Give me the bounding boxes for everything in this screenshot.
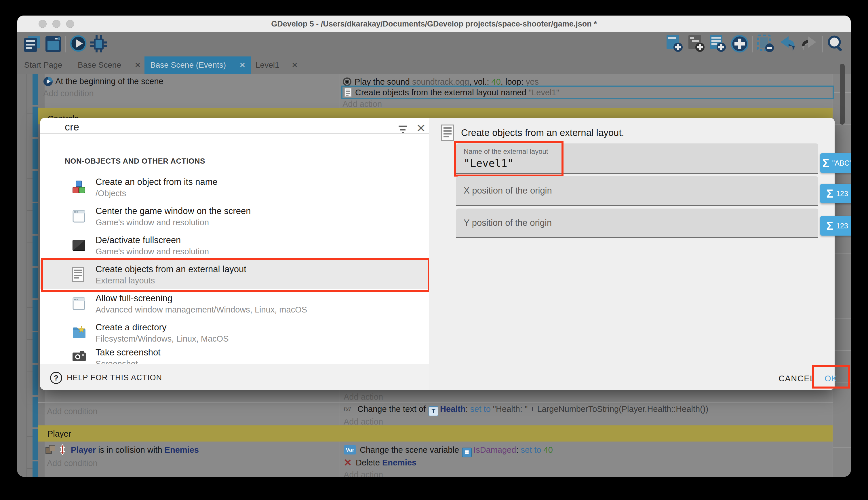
camera-icon: [72, 350, 86, 362]
add-event-icon[interactable]: [666, 35, 683, 53]
sigma-icon: Σ: [822, 157, 829, 170]
action-chooser-pane: cre ✕ NON-OBJECTS AND OTHER ACTIONS Crea…: [40, 118, 429, 390]
row-separator: [38, 402, 833, 403]
fullscreen-icon: [72, 238, 86, 252]
ok-button[interactable]: OK: [824, 374, 837, 383]
collision-arrows-icon: [58, 444, 67, 455]
search-divider: [40, 133, 429, 134]
field-value: "Level1": [456, 156, 818, 169]
add-condition-link[interactable]: Add condition: [47, 407, 97, 416]
instruction-editor-dialog: cre ✕ NON-OBJECTS AND OTHER ACTIONS Crea…: [40, 118, 835, 390]
scene-editor-icon[interactable]: [45, 35, 62, 53]
tab-level1[interactable]: Level1 ✕: [256, 60, 298, 70]
dialog-footer: ? HELP FOR THIS ACTION: [40, 364, 429, 390]
action-item-allow-fullscreen[interactable]: Allow full-screening Advanced window man…: [40, 289, 429, 318]
events-scrollbar[interactable]: [840, 64, 845, 125]
item-subtitle: Game's window and resolution: [96, 247, 209, 256]
delete-x-icon: ✕: [344, 457, 352, 468]
search-input[interactable]: cre: [65, 121, 79, 133]
cancel-button[interactable]: CANCEL: [778, 374, 815, 383]
debug-icon[interactable]: [90, 35, 108, 53]
tab-label: Base Scene (Events): [150, 60, 226, 69]
tab-start-page[interactable]: Start Page: [24, 60, 62, 70]
x-position-field[interactable]: X position of the origin: [456, 176, 818, 206]
help-link[interactable]: HELP FOR THIS ACTION: [67, 373, 162, 382]
item-title: Allow full-screening: [96, 293, 172, 304]
num-label: 123: [836, 222, 848, 230]
objects-icon: [72, 180, 86, 194]
add-action-link[interactable]: Add action: [344, 470, 383, 477]
item-title: Center the game window on the screen: [96, 206, 251, 216]
window-icon: [72, 209, 86, 223]
external-layout-icon: [441, 124, 454, 141]
item-subtitle: Game's window and resolution: [96, 218, 209, 227]
action-item-create-object[interactable]: Create an object from its name /Objects: [40, 173, 429, 202]
toolbar: Start Page Base Scene ✕ Base Scene (Even…: [17, 32, 851, 74]
tab-base-scene[interactable]: Base Scene ✕: [78, 60, 141, 70]
project-manager-icon[interactable]: [24, 35, 40, 53]
txt-icon: txt: [344, 405, 351, 413]
add-action-link[interactable]: Add action: [342, 99, 382, 109]
events-right-margin: [833, 74, 851, 477]
preview-play-icon[interactable]: [70, 35, 87, 53]
tab-label: Start Page: [24, 60, 62, 69]
variable-icon: Var: [344, 445, 356, 454]
x-expression-button[interactable]: Σ 123: [820, 184, 851, 203]
delete-selection-icon[interactable]: [757, 35, 775, 53]
field-label: X position of the origin: [456, 176, 818, 196]
add-action-link[interactable]: Add action: [344, 392, 383, 402]
event-action-selected: Create objects from the external layout …: [355, 88, 559, 97]
gutter-row-separators: [27, 82, 33, 477]
search-icon[interactable]: [826, 35, 844, 53]
sound-icon: [342, 77, 352, 87]
add-comment-icon[interactable]: [709, 35, 726, 53]
sigma-icon: Σ: [826, 187, 833, 200]
action-item-create-directory[interactable]: Create a directory Filesystem/Windows, L…: [40, 318, 429, 347]
abc-expression-button[interactable]: Σ "ABC": [820, 153, 851, 173]
add-condition-link[interactable]: Add condition: [47, 458, 97, 468]
column-divider: [340, 74, 340, 108]
item-subtitle: Advanced window management/Windows, Linu…: [96, 305, 307, 315]
window-icon: [72, 297, 86, 310]
help-icon[interactable]: ?: [50, 372, 62, 384]
folder-icon: [72, 326, 86, 339]
tab-close-icon[interactable]: ✕: [292, 61, 298, 69]
panel-title: Create objects from an external layout.: [461, 127, 624, 138]
action-item-external-layout-selected[interactable]: Create objects from an external layout E…: [40, 260, 429, 289]
sigma-icon: Σ: [826, 219, 833, 232]
num-label: 123: [836, 190, 848, 198]
y-expression-button[interactable]: Σ 123: [820, 216, 851, 236]
tab-close-icon[interactable]: ✕: [134, 61, 141, 69]
event-condition[interactable]: At the beginning of the scene: [55, 77, 163, 86]
action-item-take-screenshot[interactable]: Take screenshot Screenshot: [40, 347, 429, 364]
tab-base-scene-events[interactable]: Base Scene (Events) ✕: [144, 56, 251, 74]
toolbar-separator: [752, 36, 753, 53]
group-player[interactable]: Player: [38, 425, 833, 442]
item-subtitle: External layouts: [96, 276, 155, 285]
item-title: Create objects from an external layout: [96, 264, 246, 274]
name-field[interactable]: Name of the external layout "Level1": [456, 144, 818, 174]
y-position-field[interactable]: Y position of the origin: [456, 208, 818, 238]
action-item-fullscreen[interactable]: De/activate fullscreen Game's window and…: [40, 231, 429, 260]
tab-close-icon[interactable]: ✕: [239, 61, 246, 69]
toolbar-separator: [65, 36, 66, 53]
undo-icon[interactable]: [779, 35, 796, 53]
event-action-health[interactable]: Change the text of THealth: set to "Heal…: [357, 405, 708, 416]
item-subtitle: /Objects: [96, 189, 126, 198]
item-title: Take screenshot: [96, 347, 161, 358]
tab-label: Level1: [256, 60, 280, 69]
external-layout-icon: [72, 267, 84, 282]
add-condition-link[interactable]: Add condition: [43, 89, 94, 98]
event-condition-collision[interactable]: Player is in collision with Enemies: [71, 445, 199, 455]
selected-action-row[interactable]: Create objects from the external layout …: [341, 86, 834, 99]
abc-label: "ABC": [832, 159, 851, 167]
toolbar-separator: [822, 36, 823, 53]
event-action-delete[interactable]: Delete Enemies: [356, 458, 417, 467]
redo-icon[interactable]: [801, 35, 818, 53]
add-subevent-icon[interactable]: [688, 35, 705, 53]
add-circle-icon[interactable]: [730, 35, 749, 53]
section-label: NON-OBJECTS AND OTHER ACTIONS: [65, 157, 205, 166]
action-item-center-window[interactable]: Center the game window on the screen Gam…: [40, 202, 429, 231]
event-action-variable[interactable]: Change the scene variable ≣IsDamaged: se…: [360, 445, 553, 457]
titlebar: GDevelop 5 - /Users/dkarakay/Documents/G…: [17, 15, 851, 33]
